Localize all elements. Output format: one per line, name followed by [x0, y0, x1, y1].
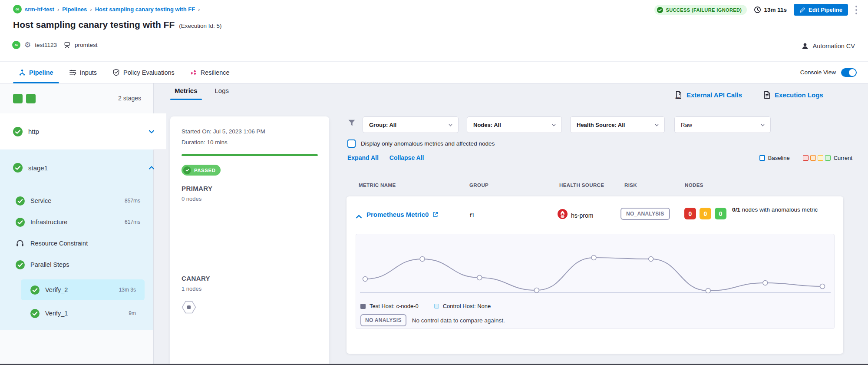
verification-duration: Duration: 10 mins — [182, 139, 228, 146]
pipeline-icon — [19, 69, 26, 76]
tab-policy-evaluations[interactable]: Policy Evaluations — [107, 62, 180, 83]
breadcrumb-pipeline-name[interactable]: Host sampling canary testing with FF — [95, 6, 195, 13]
check-circle-icon — [30, 285, 40, 295]
breadcrumb-pipelines[interactable]: Pipelines — [62, 6, 87, 13]
anomalous-only-label: Display only anomalous metrics and affec… — [361, 140, 495, 147]
collapse-metric-chevron-up-icon[interactable] — [355, 213, 363, 220]
nodes-filter-dropdown[interactable]: Nodes: All — [467, 116, 562, 133]
service-status-icon: ∞ — [12, 41, 20, 49]
svg-text:∞: ∞ — [15, 43, 18, 47]
chevron-up-icon[interactable] — [148, 164, 155, 171]
filter-icon[interactable] — [347, 118, 356, 127]
stage-row-stage1[interactable]: stage1 — [0, 149, 166, 186]
step-row-verify-1[interactable]: Verify_1 9m — [0, 303, 153, 324]
chart-data-point — [706, 289, 710, 293]
data-type-dropdown[interactable]: Raw — [674, 116, 771, 133]
check-circle-icon — [16, 196, 25, 206]
collapse-all-link[interactable]: Collapse All — [389, 154, 424, 161]
health-source-filter-dropdown[interactable]: Health Source: All — [570, 116, 665, 133]
check-circle-icon — [657, 7, 663, 13]
console-view-toggle[interactable] — [841, 68, 857, 77]
step-row-infrastructure[interactable]: Infrastructure 617ms — [0, 212, 153, 232]
stage-success-square[interactable] — [26, 94, 36, 103]
chart-series-line — [365, 258, 822, 291]
metric-chart[interactable] — [360, 237, 831, 300]
chart-data-point — [763, 281, 768, 285]
step-row-resource-constraint[interactable]: Resource Constraint — [0, 233, 153, 254]
health-source-cell: hs-prom — [571, 212, 593, 219]
execution-id: (Execution Id: 5) — [179, 23, 221, 29]
stage-row-http[interactable]: http — [0, 113, 166, 150]
pencil-icon — [799, 7, 805, 13]
column-header-metric-name: METRIC NAME — [359, 182, 396, 188]
check-circle-icon — [13, 163, 23, 173]
resilience-icon — [190, 69, 197, 76]
svg-text:∞: ∞ — [16, 6, 20, 12]
verification-summary-card: Started On: Jul 5, 2023 1:06 PM Duration… — [170, 116, 329, 365]
check-circle-icon — [16, 260, 25, 269]
chevron-down-icon — [448, 123, 453, 127]
tab-inputs[interactable]: Inputs — [63, 62, 103, 83]
chart-color-legend: Baseline Current — [759, 155, 852, 161]
baseline-legend-swatch — [759, 155, 765, 161]
status-badge: SUCCESS (FAILURE IGNORED) — [654, 5, 747, 15]
canary-label: CANARY — [182, 275, 210, 282]
stage-overview-strip: 2 stages — [0, 83, 153, 114]
external-api-calls-link[interactable]: API External API Calls — [674, 91, 742, 99]
current-swatch-orange — [810, 155, 816, 161]
external-link-icon[interactable] — [432, 211, 439, 218]
canary-node-hexagon[interactable] — [182, 301, 196, 314]
metric-name-link[interactable]: Prometheus Metric0 — [366, 211, 429, 218]
kebab-menu-icon[interactable] — [855, 5, 858, 15]
node-risk-counts: 0 0 0 — [684, 208, 726, 219]
page-title: Host sampling canary testing with FF — [13, 20, 175, 30]
control-host-swatch — [434, 304, 439, 309]
subtab-metrics[interactable]: Metrics — [175, 87, 198, 100]
step-row-service[interactable]: Service 857ms — [0, 190, 153, 211]
tab-resilience[interactable]: Resilience — [185, 62, 235, 83]
chart-data-point — [363, 277, 368, 282]
anomalous-only-checkbox[interactable] — [347, 139, 356, 148]
metric-name-cell: Prometheus Metric0 — [366, 211, 439, 218]
chevron-down-icon[interactable] — [148, 128, 155, 135]
harness-module-icon: ∞ — [13, 5, 22, 13]
chevron-down-icon — [654, 123, 659, 127]
expand-all-link[interactable]: Expand All — [347, 154, 379, 161]
environment-icon — [63, 41, 71, 49]
environment-name[interactable]: promtest — [75, 42, 98, 48]
step-row-verify-2[interactable]: Verify_2 13m 3s — [0, 279, 153, 300]
current-legend-label: Current — [834, 155, 852, 161]
nodes-summary: 0/1 nodes with anomalous metric — [732, 206, 821, 215]
column-header-nodes: NODES — [685, 182, 703, 188]
step-duration: 857ms — [125, 198, 140, 204]
baseline-legend-label: Baseline — [768, 155, 790, 161]
chart-data-point — [534, 288, 539, 293]
breadcrumb-project[interactable]: srm-hf-test — [25, 6, 54, 13]
group-filter-dropdown[interactable]: Group: All — [363, 116, 459, 133]
chart-data-point — [649, 257, 653, 262]
step-row-parallel-steps[interactable]: Parallel Steps — [0, 254, 153, 275]
chart-data-point — [420, 257, 425, 262]
step-duration: 617ms — [125, 219, 140, 225]
execution-logs-link[interactable]: Execution Logs — [763, 91, 823, 99]
anomalous-filter-row: Display only anomalous metrics and affec… — [347, 139, 495, 148]
stage-success-square[interactable] — [13, 94, 23, 103]
primary-label: PRIMARY — [182, 185, 212, 192]
step-duration: 13m 3s — [119, 287, 136, 293]
check-circle-icon — [30, 309, 40, 318]
service-name[interactable]: test1123 — [35, 42, 57, 48]
execution-meta-row: ∞ ⚙ test1123 promtest — [12, 41, 98, 49]
subtab-logs[interactable]: Logs — [215, 87, 229, 100]
breadcrumb-separator: › — [90, 6, 92, 13]
stage-name: http — [28, 128, 39, 135]
edit-pipeline-button[interactable]: Edit Pipeline — [794, 4, 848, 16]
console-view-label: Console View — [800, 69, 836, 76]
metric-chart-card: Test Host: c-node-0 Control Host: None N… — [356, 234, 835, 329]
check-circle-icon — [16, 218, 25, 227]
no-analysis-badge: NO ANALYSIS — [360, 314, 406, 326]
column-header-risk: RISK — [624, 182, 637, 188]
resource-constraint-icon — [16, 239, 24, 248]
tab-pipeline[interactable]: Pipeline — [13, 62, 59, 83]
page-header: ∞ srm-hf-test › Pipelines › Host samplin… — [0, 0, 868, 62]
api-document-icon: API — [674, 91, 683, 99]
